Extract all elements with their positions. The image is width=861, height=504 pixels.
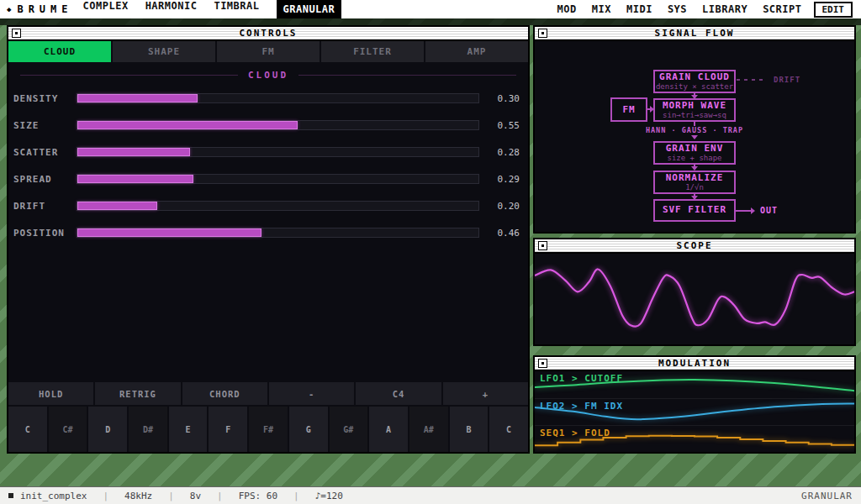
menubar-shadow bbox=[0, 18, 861, 25]
edit-button[interactable]: EDIT bbox=[814, 2, 853, 18]
tab-fm[interactable]: FM bbox=[217, 41, 321, 62]
slider-track-density[interactable] bbox=[77, 93, 479, 103]
signal-flow-header: SIGNAL FLOW bbox=[535, 27, 854, 41]
key-d-2[interactable]: D bbox=[88, 407, 127, 452]
key-gsharp-8[interactable]: G# bbox=[330, 407, 368, 452]
slider-fill bbox=[77, 228, 261, 237]
menu-item-library[interactable]: LIBRARY bbox=[702, 3, 747, 15]
modulation-body: LFO1 > CUTOFFLFO2 > FM IDXSEQ1 > FOLD bbox=[535, 371, 854, 452]
mod-row-2: SEQ1 > FOLD bbox=[535, 425, 854, 452]
node-subtitle: density × scatter bbox=[655, 82, 734, 91]
tab-amp[interactable]: AMP bbox=[425, 41, 528, 62]
node-title: NORMALIZE bbox=[655, 173, 734, 183]
panel-dot-icon[interactable] bbox=[538, 359, 547, 368]
env-shapes-label: HANN · GAUSS · TRAP bbox=[535, 126, 854, 134]
section-header: CLOUD bbox=[20, 70, 516, 81]
slider-fill bbox=[77, 148, 190, 156]
node-morph-wave: MORPH WAVE sin→tri→saw→sq bbox=[653, 98, 736, 122]
button-hold[interactable]: HOLD bbox=[8, 382, 93, 405]
status-square-icon bbox=[8, 493, 13, 498]
keyboard: CC#DD#EFF#GG#AA#BC bbox=[8, 405, 528, 452]
node-title: MORPH WAVE bbox=[655, 101, 734, 111]
status-segment-4: ♪=120 bbox=[315, 491, 343, 501]
tab-shape[interactable]: SHAPE bbox=[113, 41, 217, 62]
key-a-9[interactable]: A bbox=[369, 407, 408, 452]
button-plus[interactable]: + bbox=[443, 382, 528, 405]
menu-item-script[interactable]: SCRIPT bbox=[763, 3, 801, 15]
signal-flow-title: SIGNAL FLOW bbox=[655, 28, 735, 39]
key-c-12[interactable]: C bbox=[489, 407, 528, 452]
menu-item-complex[interactable]: COMPLEX bbox=[83, 0, 129, 18]
key-c-0[interactable]: C bbox=[8, 407, 47, 452]
scope-title: SCOPE bbox=[676, 240, 712, 251]
key-dsharp-3[interactable]: D# bbox=[129, 407, 167, 452]
menu-item-mix[interactable]: MIX bbox=[592, 3, 611, 15]
slider-track-spread[interactable] bbox=[77, 174, 479, 184]
tab-filter[interactable]: FILTER bbox=[321, 41, 425, 62]
slider-label: DRIFT bbox=[13, 201, 77, 212]
node-grain-env: GRAIN ENV size + shape bbox=[653, 141, 736, 165]
menu-item-granular[interactable]: GRANULAR bbox=[277, 0, 342, 18]
node-grain-cloud: GRAIN CLOUD density × scatter bbox=[653, 70, 736, 93]
key-b-11[interactable]: B bbox=[450, 407, 489, 452]
scope-panel: SCOPE bbox=[533, 238, 856, 346]
menu-item-mod[interactable]: MOD bbox=[557, 3, 577, 15]
panel-dot-icon[interactable] bbox=[538, 29, 547, 38]
node-subtitle: size + shape bbox=[655, 154, 734, 162]
slider-row-size: SIZE0.55 bbox=[8, 112, 528, 139]
status-segment-3: FPS: 60 bbox=[239, 491, 277, 501]
modulation-header: MODULATION bbox=[535, 357, 854, 371]
key-asharp-10[interactable]: A# bbox=[409, 407, 448, 452]
node-title: GRAIN ENV bbox=[655, 144, 734, 154]
slider-fill bbox=[77, 175, 193, 183]
panel-dot-icon[interactable] bbox=[538, 241, 547, 250]
mod-row-label: LFO2 > FM IDX bbox=[540, 401, 623, 412]
tab-cloud[interactable]: CLOUD bbox=[8, 41, 113, 62]
status-segment-1: 48kHz bbox=[124, 491, 152, 501]
button-minus[interactable]: - bbox=[269, 382, 354, 405]
mod-row-0: LFO1 > CUTOFF bbox=[535, 371, 854, 398]
key-f-5[interactable]: F bbox=[209, 407, 247, 452]
menu-item-sys[interactable]: SYS bbox=[668, 3, 687, 15]
slider-fill bbox=[77, 202, 157, 210]
menu-item-midi[interactable]: MIDI bbox=[626, 3, 652, 15]
app-logo-text: BRUME bbox=[17, 3, 72, 15]
signal-flow-panel: SIGNAL FLOW GRAIN CLOUD density × scatte… bbox=[533, 25, 856, 234]
node-normalize: NORMALIZE 1/√n bbox=[653, 171, 736, 194]
button-chord[interactable]: CHORD bbox=[182, 382, 267, 405]
slider-value: 0.30 bbox=[479, 93, 520, 104]
scope-waveform bbox=[535, 254, 854, 344]
key-g-7[interactable]: G bbox=[289, 407, 328, 452]
node-fm: FM bbox=[610, 97, 647, 122]
status-left: init_complex|48kHz|8v|FPS: 60|♪=120 bbox=[20, 491, 343, 501]
controls-panel-title: CONTROLS bbox=[240, 28, 298, 39]
button-retrig[interactable]: RETRIG bbox=[95, 382, 180, 405]
modulation-title: MODULATION bbox=[658, 358, 731, 369]
controls-tabs: CLOUDSHAPEFMFILTERAMP bbox=[8, 41, 528, 62]
node-subtitle: sin→tri→saw→sq bbox=[655, 111, 734, 119]
menu-item-harmonic[interactable]: HARMONIC bbox=[145, 0, 198, 18]
menu-item-timbral[interactable]: TIMBRAL bbox=[214, 0, 259, 18]
slider-row-drift: DRIFT0.20 bbox=[8, 192, 528, 219]
node-title: GRAIN CLOUD bbox=[655, 72, 734, 82]
button-c4[interactable]: C4 bbox=[356, 382, 441, 405]
slider-track-scatter[interactable] bbox=[77, 147, 479, 157]
slider-value: 0.46 bbox=[479, 228, 520, 239]
slider-value: 0.20 bbox=[479, 201, 520, 212]
node-title: FM bbox=[622, 105, 635, 115]
slider-track-size[interactable] bbox=[77, 120, 479, 130]
panel-dot-icon[interactable] bbox=[12, 29, 21, 38]
key-fsharp-6[interactable]: F# bbox=[249, 407, 288, 452]
slider-track-position[interactable] bbox=[77, 228, 479, 238]
scope-body bbox=[535, 254, 854, 344]
key-csharp-1[interactable]: C# bbox=[49, 407, 87, 452]
key-e-4[interactable]: E bbox=[169, 407, 208, 452]
node-subtitle: 1/√n bbox=[655, 183, 734, 192]
drift-label: DRIFT bbox=[774, 76, 800, 84]
perform-buttons: HOLDRETRIGCHORD-C4+ bbox=[8, 382, 528, 405]
section-title: CLOUD bbox=[248, 70, 288, 81]
slider-label: SCATTER bbox=[13, 147, 77, 158]
slider-track-drift[interactable] bbox=[77, 201, 479, 211]
scope-header: SCOPE bbox=[535, 239, 854, 254]
slider-row-spread: SPREAD0.29 bbox=[8, 165, 528, 192]
